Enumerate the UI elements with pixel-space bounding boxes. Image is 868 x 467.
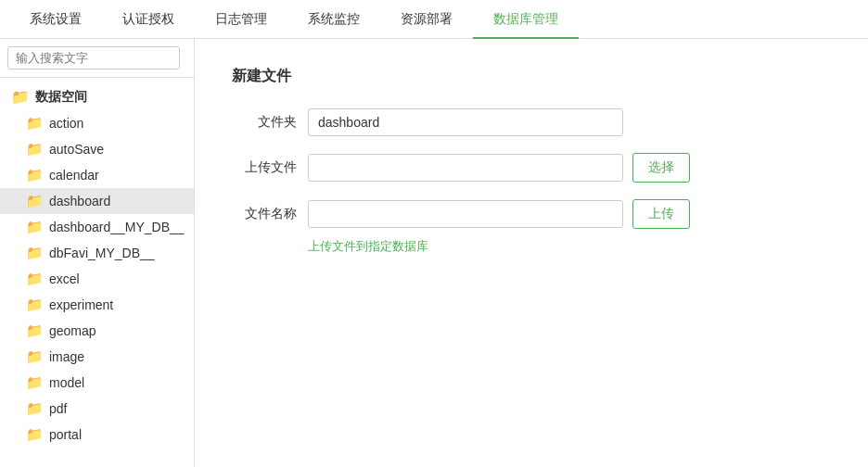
folder-icon: 📁 xyxy=(26,374,44,391)
folder-icon: 📁 xyxy=(26,322,44,339)
upload-file-input[interactable] xyxy=(308,154,623,182)
tree-item-model[interactable]: 📁 model xyxy=(0,370,194,396)
tree-item-geomap[interactable]: 📁 geomap xyxy=(0,318,194,344)
folder-icon: 📁 xyxy=(26,141,44,158)
nav-item-deploy[interactable]: 资源部署 xyxy=(380,0,473,39)
nav-item-db-manage[interactable]: 数据库管理 xyxy=(473,0,579,39)
folder-icon: 📁 xyxy=(26,219,44,235)
folder-row: 文件夹 xyxy=(232,108,831,136)
tree-item-action[interactable]: 📁 action xyxy=(0,110,194,136)
sidebar: ⋮ 📁 数据空间 📁 action 📁 autoSave 📁 calendar … xyxy=(0,39,195,467)
section-title: 新建文件 xyxy=(232,67,831,86)
content-area: 新建文件 文件夹 上传文件 选择 文件名称 上传 上传文件到指定数据库 xyxy=(195,39,868,467)
tree-root-label: 数据空间 xyxy=(35,89,87,106)
main-layout: ⋮ 📁 数据空间 📁 action 📁 autoSave 📁 calendar … xyxy=(0,39,868,467)
sidebar-tree: 📁 数据空间 📁 action 📁 autoSave 📁 calendar 📁 … xyxy=(0,78,194,467)
hint-text: 上传文件到指定数据库 xyxy=(308,238,831,255)
nav-item-logs[interactable]: 日志管理 xyxy=(195,0,287,39)
tree-item-image[interactable]: 📁 image xyxy=(0,344,194,370)
tree-item-pdf[interactable]: 📁 pdf xyxy=(0,396,194,422)
tree-item-calendar[interactable]: 📁 calendar xyxy=(0,162,194,188)
upload-file-row: 上传文件 选择 xyxy=(232,153,831,183)
tree-item-dbfavi-mydb[interactable]: 📁 dbFavi_MY_DB__ xyxy=(0,240,194,266)
upload-button[interactable]: 上传 xyxy=(632,199,690,229)
nav-item-monitor[interactable]: 系统监控 xyxy=(287,0,380,39)
root-folder-icon: 📁 xyxy=(11,88,30,106)
folder-icon: 📁 xyxy=(26,271,44,287)
filename-label: 文件名称 xyxy=(232,206,297,222)
folder-icon: 📁 xyxy=(26,400,44,417)
folder-icon: 📁 xyxy=(26,426,44,443)
nav-item-auth[interactable]: 认证授权 xyxy=(102,0,195,39)
folder-icon: 📁 xyxy=(26,245,44,261)
upload-file-label: 上传文件 xyxy=(232,159,297,176)
nav-item-system-settings[interactable]: 系统设置 xyxy=(9,0,102,39)
folder-icon: 📁 xyxy=(26,348,44,365)
folder-icon: 📁 xyxy=(26,193,44,209)
search-input[interactable] xyxy=(7,46,180,69)
filename-row: 文件名称 上传 xyxy=(232,199,831,229)
tree-item-dashboard[interactable]: 📁 dashboard xyxy=(0,188,194,214)
folder-input[interactable] xyxy=(308,108,623,136)
filename-input[interactable] xyxy=(308,200,623,228)
folder-icon: 📁 xyxy=(26,297,44,313)
folder-icon: 📁 xyxy=(26,167,44,183)
tree-item-dashboard-mydb[interactable]: 📁 dashboard__MY_DB__ xyxy=(0,214,194,240)
tree-item-autosave[interactable]: 📁 autoSave xyxy=(0,136,194,162)
tree-root-item[interactable]: 📁 数据空间 xyxy=(0,83,194,110)
sidebar-search-bar: ⋮ xyxy=(0,39,194,78)
top-nav: 系统设置 认证授权 日志管理 系统监控 资源部署 数据库管理 xyxy=(0,0,868,39)
tree-item-portal[interactable]: 📁 portal xyxy=(0,422,194,448)
folder-label: 文件夹 xyxy=(232,114,297,131)
tree-item-excel[interactable]: 📁 excel xyxy=(0,266,194,292)
folder-icon: 📁 xyxy=(26,115,44,132)
tree-item-experiment[interactable]: 📁 experiment xyxy=(0,292,194,318)
select-button[interactable]: 选择 xyxy=(632,153,690,183)
